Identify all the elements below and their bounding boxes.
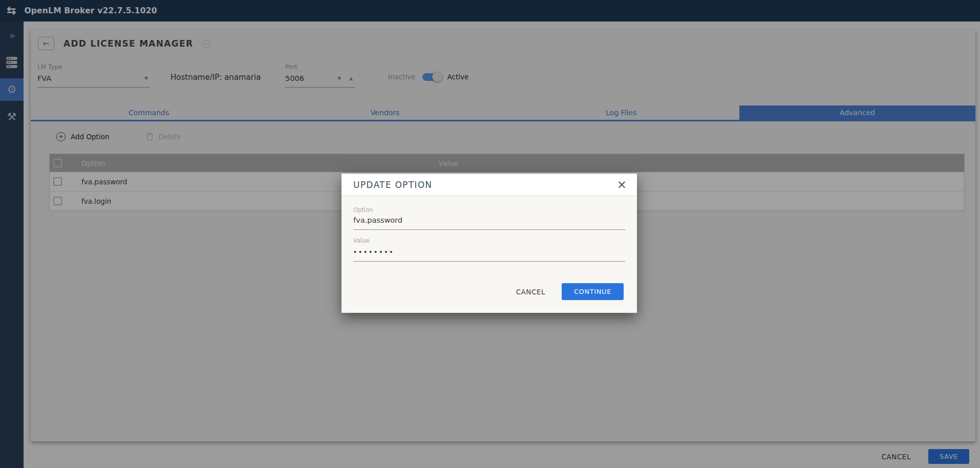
value-field: Value •••••••• [353, 237, 625, 262]
update-option-dialog: UPDATE OPTION × Option fva.password Valu… [342, 174, 637, 313]
dialog-cancel-button[interactable]: CANCEL [516, 288, 545, 296]
option-field-label: Option [353, 206, 625, 214]
dialog-title: UPDATE OPTION [353, 180, 432, 190]
value-field-input[interactable]: •••••••• [353, 244, 625, 262]
close-icon[interactable]: × [617, 179, 627, 190]
value-field-label: Value [353, 237, 625, 244]
option-field-input[interactable]: fva.password [353, 214, 625, 230]
dialog-header: UPDATE OPTION × [342, 174, 637, 196]
option-field: Option fva.password [353, 206, 625, 230]
dialog-body: Option fva.password Value •••••••• [342, 196, 637, 262]
dialog-footer: CANCEL CONTINUE [342, 269, 637, 313]
app-window: ⇆ OpenLM Broker v22.7.5.1020 » ⚙ ⚒ ← ADD… [0, 0, 980, 468]
dialog-continue-button[interactable]: CONTINUE [562, 283, 624, 300]
